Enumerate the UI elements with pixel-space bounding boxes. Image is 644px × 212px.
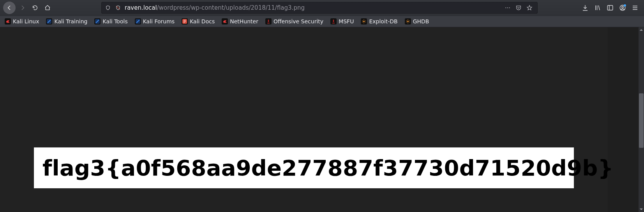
kali-docs-icon: [182, 18, 188, 25]
back-button[interactable]: [3, 2, 16, 14]
bookmark-item[interactable]: Offensive Security: [263, 17, 326, 26]
svg-point-5: [622, 6, 624, 8]
bookmark-label: NetHunter: [230, 18, 258, 25]
svg-point-2: [509, 7, 510, 8]
downloads-icon[interactable]: [582, 4, 589, 11]
bookmark-item[interactable]: Kali Training: [44, 17, 90, 26]
bookmarks-toolbar: Kali LinuxKali TrainingKali ToolsKali Fo…: [0, 16, 644, 27]
svg-point-0: [505, 7, 506, 8]
flag-text: flag3{a0f568aa9de277887f37730d71520d9b}: [42, 155, 614, 180]
url-bar[interactable]: raven.local/wordpress/wp-content/uploads…: [101, 2, 538, 14]
notification-dot-icon: [624, 4, 626, 7]
bookmark-label: Kali Docs: [190, 18, 215, 25]
scroll-thumb[interactable]: [639, 93, 644, 148]
sidebar-icon[interactable]: [607, 4, 614, 11]
bookmark-label: Kali Linux: [13, 18, 39, 25]
bookmark-item[interactable]: Kali Forums: [132, 17, 177, 26]
bookmark-label: GHDB: [413, 18, 429, 25]
scroll-up-button[interactable]: [639, 27, 644, 33]
pocket-icon[interactable]: [515, 4, 522, 11]
toolbar-right-icons: [582, 4, 641, 11]
svg-point-10: [363, 21, 365, 22]
bookmark-label: Kali Forums: [143, 18, 175, 25]
svg-point-1: [507, 7, 508, 8]
scroll-down-button[interactable]: [639, 207, 644, 212]
kali-slash-icon: [46, 18, 52, 25]
bookmark-item[interactable]: Kali Docs: [179, 17, 217, 26]
reload-button[interactable]: [30, 2, 41, 13]
forward-button[interactable]: [17, 2, 28, 13]
bookmark-label: Exploit-DB: [369, 18, 397, 25]
kali-slash-icon: [94, 18, 101, 25]
vertical-scrollbar[interactable]: [639, 27, 644, 212]
spider-icon: [361, 18, 367, 25]
pawn-icon: [330, 18, 337, 25]
shield-icon: [104, 4, 111, 11]
home-button[interactable]: [42, 2, 53, 13]
bookmark-item[interactable]: Kali Linux: [2, 17, 41, 26]
menu-icon[interactable]: [632, 4, 639, 11]
kali-dragon-icon: [5, 18, 11, 25]
page-viewport: flag3{a0f568aa9de277887f37730d71520d9b}: [0, 27, 608, 212]
account-icon[interactable]: [619, 4, 626, 11]
arrow-left-icon: [6, 5, 12, 11]
reload-icon: [32, 5, 38, 11]
pawn-icon: [265, 18, 272, 25]
home-icon: [44, 5, 51, 11]
bookmark-item[interactable]: NetHunter: [219, 17, 261, 26]
library-icon[interactable]: [594, 4, 601, 11]
spider-icon: [405, 18, 411, 25]
svg-point-11: [407, 21, 409, 22]
arrow-right-icon: [19, 5, 26, 11]
bookmark-item[interactable]: MSFU: [328, 17, 356, 26]
browser-toolbar: raven.local/wordpress/wp-content/uploads…: [0, 0, 644, 16]
url-text: raven.local/wordpress/wp-content/uploads…: [125, 4, 501, 11]
bookmark-item[interactable]: Kali Tools: [92, 17, 130, 26]
bookmark-star-icon[interactable]: [526, 4, 533, 11]
page-actions-icon[interactable]: [504, 4, 511, 11]
bookmark-label: Kali Tools: [102, 18, 127, 25]
bookmark-label: MSFU: [339, 18, 354, 25]
svg-rect-3: [607, 5, 613, 10]
image-content: flag3{a0f568aa9de277887f37730d71520d9b}: [34, 147, 574, 188]
bookmark-item[interactable]: GHDB: [402, 17, 432, 26]
kali-dragon-icon: [222, 18, 228, 25]
kali-slash-icon: [135, 18, 141, 25]
bookmark-label: Kali Training: [54, 18, 87, 25]
site-security-icon: [115, 4, 122, 11]
bookmark-label: Offensive Security: [273, 18, 323, 25]
bookmark-item[interactable]: Exploit-DB: [358, 17, 400, 26]
